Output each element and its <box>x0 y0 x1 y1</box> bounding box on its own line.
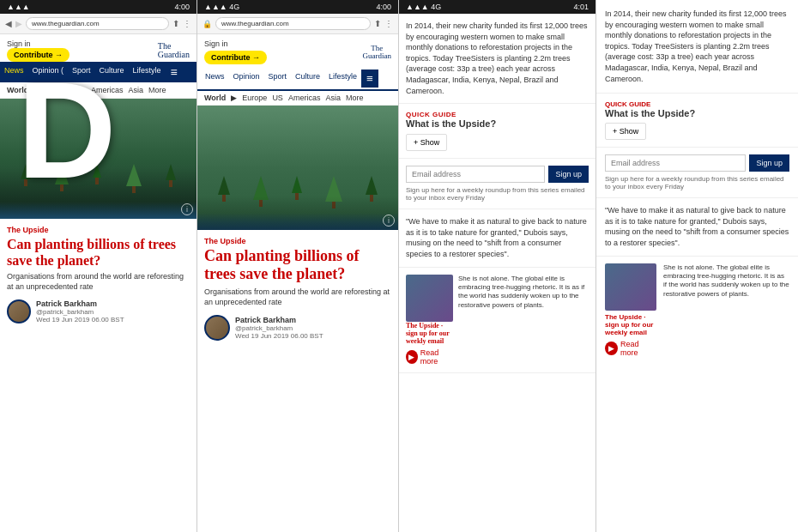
author-name-1: Patrick Barkham <box>36 299 124 308</box>
url-bar-2[interactable]: www.theguardian.com <box>215 17 371 30</box>
article-standfirst-2: Organisations from around the world are … <box>204 287 391 307</box>
author-name-2: Patrick Barkham <box>235 316 323 324</box>
sign-in-link-2[interactable]: Sign in <box>204 39 267 48</box>
panel-a: A ▲▲▲ 4G 4:00 🔒 www.theguardian.com ⬆ ⋮ … <box>197 0 399 532</box>
quick-guide-title-3: What is the Upside? <box>406 118 589 129</box>
hamburger-menu-2[interactable]: ≡ <box>361 70 378 88</box>
nav-lifestyle-1[interactable]: Lifestyle <box>129 62 166 82</box>
quote-3: "We have to make it as natural to give b… <box>399 209 595 267</box>
forward-icon[interactable]: ▶ <box>15 19 22 28</box>
quick-guide-3: Quick guide What is the Upside? + Show <box>399 104 595 159</box>
quick-guide-4: Quick guide What is the Upside? + Show <box>596 94 798 148</box>
author-info-1: Patrick Barkham @patrick_barkham Wed 19 … <box>36 299 124 323</box>
contribute-button-1[interactable]: Contribute → <box>7 48 70 62</box>
panel-d: D ▲▲▲ 4:00 ◀ ▶ www.theguardian.com ⬆ ⋮ S… <box>0 0 197 532</box>
author-row-1: Patrick Barkham @patrick_barkham Wed 19 … <box>7 299 190 323</box>
quick-title-4: What is the Upside? <box>605 108 789 118</box>
share-icon[interactable]: ⬆ <box>172 19 179 28</box>
guardian-logo-2: The Guardian <box>363 45 392 60</box>
nav-culture-1[interactable]: Culture <box>95 62 129 82</box>
header-left-2: Sign in Contribute → <box>204 39 267 64</box>
thumbnail-row-3: The Upside · sign up for our weekly emai… <box>399 268 595 373</box>
signup-button-3[interactable]: Sign up <box>548 166 589 183</box>
email-input-4[interactable] <box>605 154 746 172</box>
email-input-3[interactable] <box>406 166 545 183</box>
article-body-2: The Upside Can planting billions of tree… <box>197 230 398 348</box>
url-bar-1[interactable]: www.theguardian.com <box>26 17 169 30</box>
browser-bar-1: ◀ ▶ www.theguardian.com ⬆ ⋮ <box>0 14 196 34</box>
thumb-label-4: The Upside · sign up for our weekly emai… <box>605 313 656 336</box>
more-icon[interactable]: ⋮ <box>183 19 191 28</box>
guardian-logo-1: The Guardian <box>158 42 190 59</box>
email-note-3: Sign up here for a weekly roundup from t… <box>406 186 589 202</box>
sub-us-1[interactable]: US <box>75 86 86 94</box>
signal-2: ▲▲▲ 4G <box>204 3 239 11</box>
more-icon-2[interactable]: ⋮ <box>384 19 393 28</box>
sub-world-1[interactable]: World <box>7 86 28 94</box>
article-image-1: i <box>0 99 196 219</box>
thumb-container-3: The Upside · sign up for our weekly emai… <box>406 275 453 366</box>
author-info-2: Patrick Barkham @patrick_barkham Wed 19 … <box>235 316 323 340</box>
read-more-text-4: Read more <box>620 340 656 357</box>
nav2-culture[interactable]: Culture <box>291 70 324 88</box>
email-note-4: Sign up here for a weekly roundup from t… <box>605 175 789 190</box>
share-icon-2[interactable]: ⬆ <box>374 19 381 28</box>
sub2-us[interactable]: US <box>272 94 283 102</box>
article-standfirst-1: Organisations from around the world are … <box>7 272 190 292</box>
status-bar-3: ▲▲▲ 4G 4:01 <box>399 0 595 14</box>
panel-k: K In 2014, their new charity funded its … <box>596 0 798 532</box>
sign-in-link-1[interactable]: Sign in <box>7 39 70 48</box>
image-info-icon-1[interactable]: i <box>181 203 193 215</box>
sub-asia-1[interactable]: Asia <box>128 86 143 94</box>
quick-label-4: Quick guide <box>605 100 789 108</box>
show-button-4[interactable]: + Show <box>605 123 646 140</box>
sub2-chevron: ▶ <box>231 94 237 102</box>
author-avatar-2 <box>204 315 230 341</box>
sub-europe-1[interactable]: Europe <box>45 86 70 94</box>
sub-americas-1[interactable]: Americas <box>91 86 124 94</box>
author-avatar-1 <box>7 299 31 323</box>
show-button-3[interactable]: + Show <box>406 134 447 151</box>
sub2-asia[interactable]: Asia <box>325 94 341 102</box>
nav2-opinion[interactable]: Opinion <box>229 70 264 88</box>
hamburger-menu-1[interactable]: ≡ <box>166 62 183 82</box>
nav2-sport[interactable]: Sport <box>264 70 292 88</box>
nav-sport-1[interactable]: Sport <box>68 62 95 82</box>
nav-opinion-1[interactable]: Opinion ( <box>28 62 69 82</box>
read-more-4[interactable]: ▶ Read more <box>605 340 656 357</box>
thumb-image-3 <box>406 275 453 322</box>
sub2-americas[interactable]: Americas <box>288 94 321 102</box>
email-row-4: Sign up <box>605 154 789 172</box>
thumb-image-4 <box>605 263 656 311</box>
sub2-world[interactable]: World <box>204 94 226 102</box>
author-handle-1: @patrick_barkham <box>36 308 124 316</box>
status-bar-1: ▲▲▲ 4:00 <box>0 0 196 14</box>
nav2-lifestyle[interactable]: Lifestyle <box>324 70 361 88</box>
contribute-button-2[interactable]: Contribute → <box>204 51 267 64</box>
sub2-more[interactable]: More <box>346 94 364 102</box>
read-more-3[interactable]: ▶ Read more <box>406 348 453 366</box>
article-date-1: Wed 19 Jun 2019 06.00 BST <box>36 316 124 323</box>
following-text-3: She is not alone. The global elite is em… <box>458 275 589 366</box>
email-signup-3: Sign up Sign up here for a weekly roundu… <box>399 159 595 209</box>
sub-chevron-1: ▶ <box>33 86 39 94</box>
sub-more-1[interactable]: More <box>148 86 166 94</box>
read-more-icon-4: ▶ <box>605 342 618 355</box>
thumb-container-4: The Upside · sign up for our weekly emai… <box>605 263 656 357</box>
read-more-icon-3: ▶ <box>406 350 418 364</box>
header-left: Sign in Contribute → <box>7 39 70 62</box>
article-body-1: The Upside Can planting billions of tree… <box>0 219 196 532</box>
image-info-icon-2[interactable]: i <box>383 215 395 227</box>
time-display: 4:00 <box>174 3 190 11</box>
thumbnail-row-4: The Upside · sign up for our weekly emai… <box>596 257 798 364</box>
nav2-news[interactable]: News <box>201 70 229 88</box>
signup-button-4[interactable]: Sign up <box>749 154 789 172</box>
nav-news-1[interactable]: News <box>0 62 28 82</box>
sub2-europe[interactable]: Europe <box>242 94 267 102</box>
email-section-4: Sign up Sign up here for a weekly roundu… <box>596 148 798 198</box>
article-title-1: Can planting billions of trees save the … <box>7 236 190 269</box>
following-text-4: She is not alone. The global elite is em… <box>663 263 789 357</box>
back-icon[interactable]: ◀ <box>5 19 12 28</box>
sub-nav-1: World ▶ Europe US Americas Asia More <box>0 82 196 99</box>
sub-nav-2: World ▶ Europe US Americas Asia More <box>197 91 398 106</box>
